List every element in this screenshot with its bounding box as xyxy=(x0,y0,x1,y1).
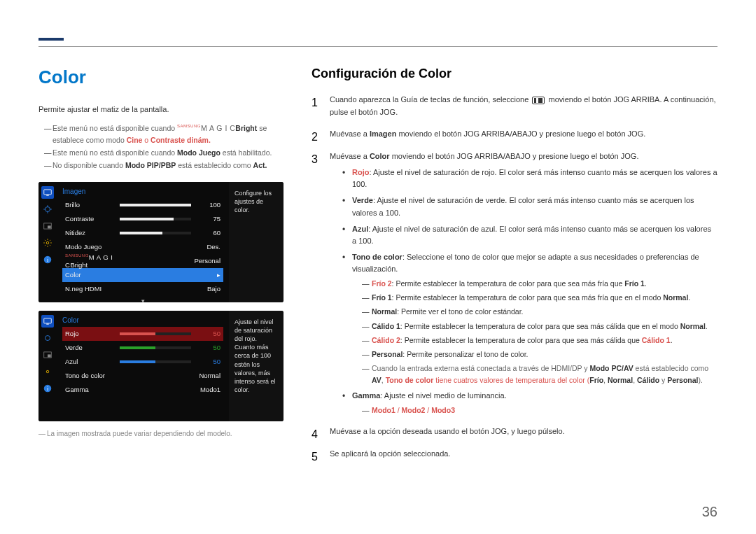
bullet-tono: Tono de color: Seleccione el tono de col… xyxy=(342,251,718,386)
note-1: Este menú no está disponible cuando SAMS… xyxy=(44,122,284,148)
header-rule xyxy=(38,46,718,47)
svg-point-17 xyxy=(46,370,49,373)
osd1-sidebar: i xyxy=(38,182,57,302)
tono-frio1: Frío 1: Permite establecer la temperatur… xyxy=(362,292,718,303)
osd2-row-rojo: Rojo50 xyxy=(62,327,223,341)
osd1-row-nneg: N.neg HDMIBajo xyxy=(62,282,223,296)
svg-point-14 xyxy=(46,335,50,340)
menu-icon xyxy=(532,97,545,104)
header-accent-bar xyxy=(38,38,64,41)
info-icon: i xyxy=(41,253,54,266)
left-column: Color Permite ajustar el matiz de la pan… xyxy=(38,66,284,513)
page-content: Color Permite ajustar el matiz de la pan… xyxy=(38,66,718,513)
monitor-icon xyxy=(41,315,54,328)
step-3: Muévase a Color moviendo el botón JOG AR… xyxy=(312,150,718,416)
pip-icon xyxy=(41,220,54,232)
tono-frio2: Frío 2: Permite establecer la temperatur… xyxy=(362,278,718,289)
svg-point-2 xyxy=(46,206,50,211)
page-title: Color xyxy=(38,66,284,88)
svg-text:i: i xyxy=(47,386,48,392)
osd1-row-color: Color▸ xyxy=(62,268,223,282)
osd2-sidebar: i xyxy=(38,311,57,421)
gear-icon xyxy=(41,237,54,249)
osd2-row-azul: Azul50 xyxy=(62,355,223,369)
osd-screenshot-imagen: i Imagen Brillo100 Contraste75 Nitidez60… xyxy=(38,182,284,302)
pip-icon xyxy=(41,349,54,361)
tono-sublist: Frío 2: Permite establecer la temperatur… xyxy=(352,278,718,386)
svg-point-9 xyxy=(46,241,49,244)
osd2-main: Color Rojo50 Verde50 Azul50 Tono de colo… xyxy=(57,311,229,421)
osd1-row-magicbright: SAMSUNGM A G I CBrightPersonal xyxy=(62,254,223,268)
step-1: Cuando aparezca la Guía de teclas de fun… xyxy=(312,94,718,118)
svg-rect-16 xyxy=(48,354,51,357)
osd2-row-gamma: GammaModo1 xyxy=(62,383,223,397)
gamma-modos: Modo1 / Modo2 / Modo3 xyxy=(362,405,718,416)
bullet-gamma: Gamma: Ajuste el nivel medio de luminanc… xyxy=(342,390,718,416)
osd2-tip: Ajuste el nivel de saturación del rojo. … xyxy=(229,311,284,421)
step-2: Muévase a Imagen moviendo el botón JOG A… xyxy=(312,128,718,141)
bullet-verde: Verde: Ajuste el nivel de saturación de … xyxy=(342,195,718,218)
info-icon: i xyxy=(41,382,54,395)
osd2-row-verde: Verde50 xyxy=(62,341,223,355)
svg-rect-1 xyxy=(46,195,49,195)
svg-rect-12 xyxy=(44,318,52,323)
intro-text: Permite ajustar el matiz de la pantalla. xyxy=(38,104,284,115)
section-heading: Configuración de Color xyxy=(312,66,718,81)
osd2-title: Color xyxy=(62,315,223,327)
tono-normal: Normal: Permite ver el tono de color est… xyxy=(362,306,718,317)
osd1-row-contraste: Contraste75 xyxy=(62,212,223,226)
osd1-row-nitidez: Nitidez60 xyxy=(62,226,223,240)
note-2: Este menú no está disponible cuando Modo… xyxy=(44,147,284,160)
target-icon xyxy=(41,203,54,216)
step-5: Se aplicará la opción seleccionada. xyxy=(312,448,718,461)
notes-list: Este menú no está disponible cuando SAMS… xyxy=(38,122,284,172)
tono-calido2: Cálido 2: Permite establecer la temperat… xyxy=(362,335,718,346)
target-icon xyxy=(41,332,54,344)
bullet-rojo: Rojo: Ajuste el nivel de saturación de r… xyxy=(342,167,718,190)
steps-list: Cuando aparezca la Guía de teclas de fun… xyxy=(312,94,718,460)
gear-icon xyxy=(41,365,54,378)
osd2-row-tono: Tono de colorNormal xyxy=(62,369,223,383)
osd1-main: Imagen Brillo100 Contraste75 Nitidez60 M… xyxy=(57,182,229,302)
note-3: No disponible cuando Modo PIP/PBP está e… xyxy=(44,160,284,172)
svg-text:i: i xyxy=(47,257,48,263)
svg-rect-8 xyxy=(48,225,51,228)
svg-rect-0 xyxy=(44,190,52,195)
bullet-azul: Azul: Ajuste el nivel de saturación de a… xyxy=(342,223,718,247)
gamma-sublist: Modo1 / Modo2 / Modo3 xyxy=(352,405,718,416)
chevron-down-icon: ▾ xyxy=(62,297,223,302)
osd1-title: Imagen xyxy=(62,186,223,198)
tono-personal: Personal: Permite personalizar el tono d… xyxy=(362,349,718,360)
footer-note: La imagen mostrada puede variar dependie… xyxy=(38,430,284,437)
osd1-row-modojuego: Modo JuegoDes. xyxy=(62,240,223,254)
tono-calido1: Cálido 1: Permite establecer la temperat… xyxy=(362,321,718,332)
right-column: Configuración de Color Cuando aparezca l… xyxy=(312,66,718,513)
step-4: Muévase a la opción deseada usando el bo… xyxy=(312,426,718,438)
svg-rect-13 xyxy=(46,323,49,324)
chevron-right-icon: ▸ xyxy=(214,272,220,279)
osd-screenshot-color: i Color Rojo50 Verde50 Azul50 Tono de co… xyxy=(38,311,284,421)
page-number: 36 xyxy=(702,504,718,520)
color-options-list: Rojo: Ajuste el nivel de saturación de r… xyxy=(330,167,718,416)
tono-external-note: Cuando la entrada externa está conectada… xyxy=(362,363,718,386)
osd1-row-brillo: Brillo100 xyxy=(62,198,223,212)
monitor-icon xyxy=(41,186,54,199)
osd1-tip: Configure los ajustes de color. xyxy=(229,182,284,302)
